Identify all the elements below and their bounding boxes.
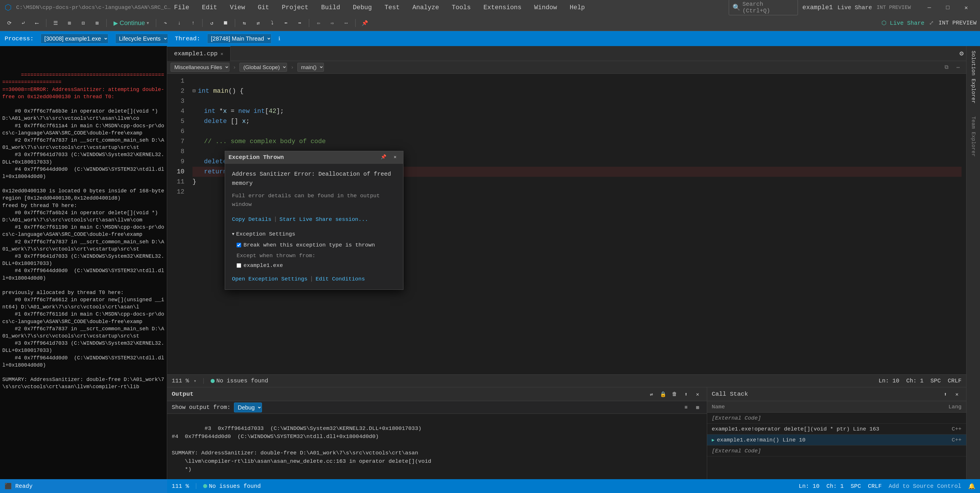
toolbar-btn-1[interactable]: ⟳ (3, 18, 15, 28)
open-exception-settings-link[interactable]: Open Exception Settings (232, 275, 307, 283)
terminal-line-error: ========================================… (2, 72, 164, 100)
scope-dropdown-2[interactable]: (Global Scope) (239, 63, 287, 72)
col-lang-header: Lang (939, 404, 962, 410)
live-share-toolbar-btn[interactable]: ⬡ Live Share (881, 19, 924, 27)
menu-analyze[interactable]: Analyze (410, 3, 441, 13)
close-button[interactable]: ✕ (957, 0, 975, 15)
process-dropdown[interactable]: [30008] example1.exe (41, 34, 108, 43)
toolbar-btn-6[interactable]: ⊡ (78, 18, 89, 28)
toolbar-more-2[interactable]: ⇄ (253, 18, 264, 28)
toolbar-btn-5[interactable]: ⊞ (64, 18, 75, 28)
toolbar-more-1[interactable]: ⇆ (239, 18, 250, 28)
call-stack-panel: Call Stack ⬆ ✕ Name Lang [External Code] (707, 387, 966, 479)
toolbar-step-into[interactable]: ↓ (173, 18, 185, 28)
menu-project[interactable]: Project (280, 3, 311, 13)
menu-test[interactable]: Test (382, 3, 402, 13)
output-btn-b[interactable]: ⊞ (693, 403, 702, 412)
toolbar-btn-4[interactable]: ☰ (50, 18, 61, 28)
call-stack-pop-btn[interactable]: ⬆ (941, 390, 950, 399)
zoom-dropdown-icon[interactable]: ▾ (194, 379, 197, 384)
line-num-7: 7 (167, 136, 185, 147)
live-share-link[interactable]: Start Live Share session... (280, 215, 368, 224)
bell-icon[interactable]: 🔔 (968, 483, 975, 490)
menu-extensions[interactable]: Extensions (481, 3, 524, 13)
team-explorer-btn[interactable]: Team Explorer (969, 114, 977, 159)
maximize-button[interactable]: □ (939, 0, 957, 15)
menu-tools[interactable]: Tools (450, 3, 473, 13)
toolbar-stop[interactable]: ⏹ (220, 18, 231, 28)
output-clear-btn[interactable]: 🗑 (670, 390, 679, 399)
copy-details-link[interactable]: Copy Details (232, 215, 271, 224)
call-stack-close-btn[interactable]: ✕ (952, 390, 962, 399)
live-share-btn[interactable]: Live Share (837, 4, 872, 11)
more-actions-btn[interactable]: ⋯ (953, 63, 963, 72)
line-num-11: 11 (167, 177, 185, 187)
output-btn-a[interactable]: ≡ (681, 403, 691, 412)
menu-help[interactable]: Help (567, 3, 587, 13)
toolbar-step-out[interactable]: ↑ (187, 18, 199, 28)
code-line-2: ⊟ int main () { (192, 86, 962, 96)
tab-settings-btn[interactable]: ⚙ (957, 46, 966, 61)
toolbar-sep-6 (309, 19, 309, 27)
toolbar-btn-3[interactable]: ⟵ (31, 18, 43, 28)
toolbar-more-3[interactable]: ⤵ (266, 18, 278, 28)
title-right: 🔍 Search (Ctrl+Q) example1 Live Share IN… (729, 0, 975, 15)
tab-close-btn[interactable]: ✕ (220, 51, 223, 57)
dialog-error-title: Address Sanitizer Error: Deallocation of… (232, 170, 396, 188)
int-preview-label[interactable]: INT PREVIEW (877, 5, 911, 10)
stack-item-name-1: example1.exe!operator delete[](void * pt… (712, 426, 939, 432)
dialog-links: Copy Details | Start Live Share session.… (232, 215, 396, 224)
scope-dropdown-3[interactable]: main() (298, 63, 324, 72)
break-when-thrown-checkbox[interactable] (237, 243, 241, 247)
toolbar-more-7[interactable]: ⇨ (326, 18, 338, 28)
toolbar-more-8[interactable]: ↔ (340, 18, 352, 28)
toolbar-restart[interactable]: ↺ (206, 18, 218, 28)
scope-dropdown-1[interactable]: Miscellaneous Files (170, 63, 229, 72)
output-pop-btn[interactable]: ⬆ (681, 390, 691, 399)
add-to-source-control[interactable]: Add to Source Control (889, 483, 961, 490)
edit-conditions-link[interactable]: Edit Conditions (315, 275, 365, 283)
toolbar-btn-2[interactable]: ⤶ (17, 18, 29, 28)
toolbar-step-over[interactable]: ↷ (160, 18, 171, 28)
menu-debug[interactable]: Debug (350, 3, 374, 13)
toolbar-btn-7[interactable]: ⊠ (91, 18, 103, 28)
solution-explorer-btn[interactable]: Solution Explorer (969, 48, 977, 106)
toolbar-more-5[interactable]: ➡ (294, 18, 305, 28)
toolbar-sep-2 (106, 19, 107, 27)
punct-bracket2: ]; (276, 106, 284, 116)
line-num-8: 8 (167, 147, 185, 157)
menu-view[interactable]: View (228, 3, 248, 13)
minimize-button[interactable]: — (920, 0, 939, 15)
lifecycle-dropdown[interactable]: Lifecycle Events (115, 34, 168, 43)
toolbar-extra-btn[interactable]: ⤢ (929, 19, 934, 27)
continue-button[interactable]: ▶ Continue ▾ (110, 18, 153, 28)
dialog-pin-btn[interactable]: 📌 (379, 153, 388, 162)
toolbar-more-6[interactable]: ⇦ (313, 18, 324, 28)
dialog-close-btn[interactable]: ✕ (390, 153, 400, 162)
zoom-level[interactable]: 111 % ▾ (172, 377, 197, 384)
space-5: [] (227, 116, 242, 127)
menu-edit[interactable]: Edit (200, 3, 220, 13)
except-checkbox[interactable] (237, 263, 241, 268)
window-controls: — □ ✕ (920, 0, 975, 15)
toolbar-pin[interactable]: 📌 (359, 18, 371, 28)
output-lock-btn[interactable]: 🔒 (659, 390, 668, 399)
output-panel: Output ⇌ 🔒 🗑 ⬆ ✕ Show output from: Debug (167, 387, 707, 479)
code-line-5: delete [] x ; (192, 116, 962, 127)
split-editor-btn[interactable]: ⧉ (942, 63, 951, 72)
search-box-area[interactable]: 🔍 Search (Ctrl+Q) (729, 0, 798, 15)
menu-git[interactable]: Git (255, 3, 271, 13)
output-source-dropdown[interactable]: Debug (234, 403, 262, 412)
thread-dropdown[interactable]: [28748] Main Thread (207, 34, 271, 43)
output-close-btn[interactable]: ✕ (693, 390, 702, 399)
menu-file[interactable]: File (172, 3, 192, 13)
output-wrap-btn[interactable]: ⇌ (647, 390, 656, 399)
footer-divider: | (310, 274, 313, 284)
toolbar-more-4[interactable]: ⬅ (280, 18, 292, 28)
menu-build[interactable]: Build (319, 3, 342, 13)
continue-dropdown-icon[interactable]: ▾ (147, 20, 149, 25)
menu-window[interactable]: Window (532, 3, 559, 13)
collapse-icon-2[interactable]: ⊟ (192, 87, 196, 95)
tab-example1cpp[interactable]: example1.cpp ✕ (167, 46, 231, 61)
line-num-3: 3 (167, 96, 185, 106)
